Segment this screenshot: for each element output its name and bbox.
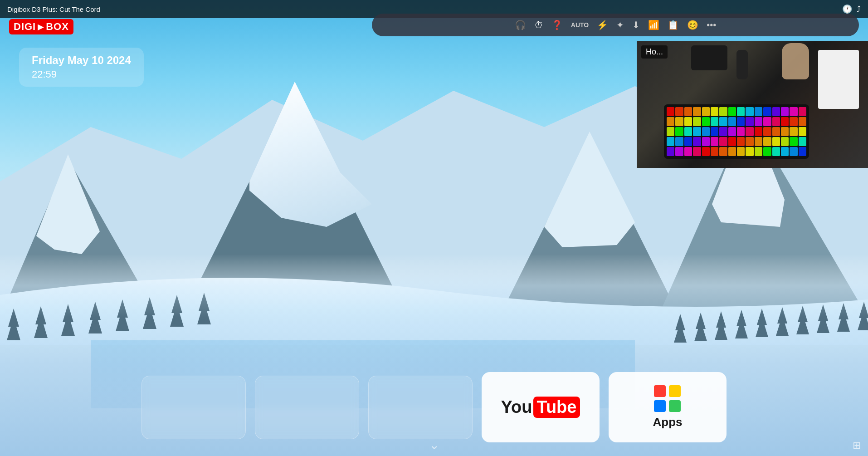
bottom-right-icon[interactable]: ⊞ [853,440,861,451]
apps-app-card[interactable]: Apps [609,372,727,442]
auto-icon[interactable]: AUTO [571,21,589,29]
apps-dot-red [654,385,666,397]
app-card-empty-1[interactable] [141,376,246,439]
keyboard-sim [664,104,809,159]
youtube-tube-text: Tube [537,397,577,417]
video-label: Ho... [641,45,668,59]
speedometer-icon[interactable]: ⏱ [534,20,543,30]
time-text: 22:59 [32,69,131,80]
logo-play-icon: ▶ [38,22,44,32]
datetime-box: Friday May 10 2024 22:59 [19,48,144,87]
app-card-empty-2[interactable] [255,376,359,439]
youtube-app-card[interactable]: You Tube [482,372,600,442]
app-card-empty-3[interactable] [368,376,473,439]
bluetooth-icon[interactable]: ✦ [616,20,624,30]
bottom-apps-row: You Tube Apps [0,372,868,442]
video-thumb-bg [637,41,868,168]
logo-digi: DIGI [14,21,36,33]
bottom-chevron[interactable]: ⌄ [429,437,439,452]
keyboard-keys [664,104,809,159]
logo-box-text: BOX [46,21,69,33]
youtube-tube-bg: Tube [533,397,580,418]
logo-box: DIGI ▶ BOX [9,19,73,34]
face-icon[interactable]: 😊 [687,20,698,30]
apps-dot-blue [654,400,666,412]
hand-sim [782,43,809,79]
title-bar-text: Digibox D3 Plus: Cut The Cord [7,5,100,13]
apps-dot-green [669,400,681,412]
youtube-logo: You Tube [501,397,580,418]
clock-icon[interactable]: 🕐 [842,4,852,14]
status-bar: 🎧 ⏱ ❓ AUTO ⚡ ✦ ⬇ 📶 📋 😊 ••• [372,14,859,36]
power-icon[interactable]: ⚡ [597,20,608,30]
remote-sim [736,50,748,79]
video-thumbnail[interactable]: Ho... [637,41,868,168]
download-icon[interactable]: ⬇ [632,20,640,30]
white-box-sim [818,50,859,109]
share-icon[interactable]: ⤴ [857,5,861,14]
digibox-device-sim [691,45,727,70]
youtube-you-text: You [501,397,532,417]
apps-grid-icon [654,385,681,412]
more-icon[interactable]: ••• [707,20,716,30]
clipboard-icon[interactable]: 📋 [668,20,679,30]
headset-icon[interactable]: 🎧 [515,20,526,30]
apps-label: Apps [653,415,683,429]
apps-dot-yellow [669,385,681,397]
wifi-icon[interactable]: 📶 [648,20,659,30]
help-icon[interactable]: ❓ [551,20,563,30]
date-text: Friday May 10 2024 [32,54,131,67]
logo-area: DIGI ▶ BOX [9,19,73,34]
